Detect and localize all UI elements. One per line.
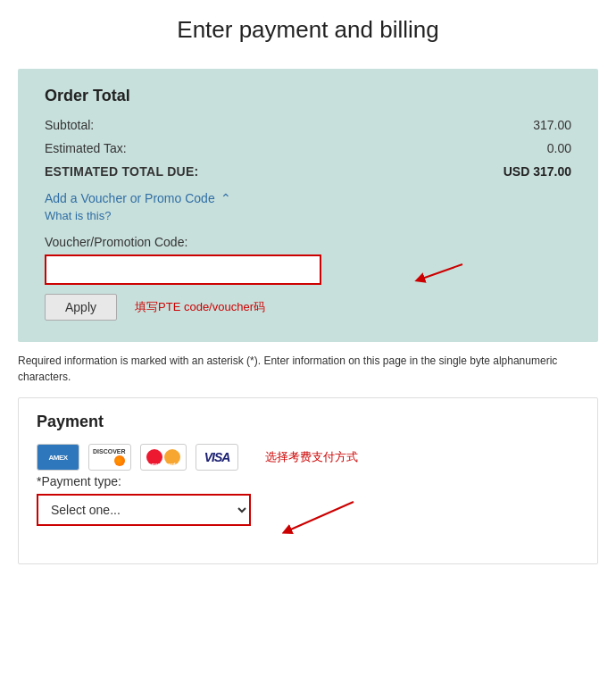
apply-button[interactable]: Apply	[45, 294, 117, 321]
visa-card-icon: VISA	[196, 444, 238, 471]
total-value: USD 317.00	[504, 164, 571, 179]
voucher-input-area: Apply 填写PTE code/voucher码	[45, 254, 571, 321]
what-is-link[interactable]: What is this?	[45, 209, 571, 222]
tax-value: 0.00	[547, 141, 571, 155]
voucher-header: Add a Voucher or Promo Code ⌃	[45, 191, 571, 205]
total-row: ESTIMATED TOTAL DUE: USD 317.00	[45, 164, 571, 179]
total-label: ESTIMATED TOTAL DUE:	[45, 164, 199, 179]
voucher-input-wrapper	[45, 254, 571, 285]
page-title: Enter payment and billing	[0, 0, 616, 58]
mastercard-icon: mastercard	[140, 444, 187, 471]
subtotal-row: Subtotal: 317.00	[45, 118, 571, 132]
voucher-promo-link[interactable]: Add a Voucher or Promo Code	[45, 191, 215, 205]
payment-type-select[interactable]: Select one... Credit Card Debit Card	[37, 494, 251, 526]
subtotal-label: Subtotal:	[45, 118, 94, 132]
svg-line-1	[420, 264, 462, 279]
order-title: Order Total	[45, 87, 571, 105]
payment-arrow-area	[269, 497, 358, 542]
required-note: Required information is marked with an a…	[18, 353, 598, 385]
tax-label: Estimated Tax:	[45, 141, 127, 155]
voucher-annotation-text: 填写PTE code/voucher码	[135, 299, 265, 315]
voucher-arrow-annotation	[393, 260, 464, 289]
card-icons-row: AMEX DISCOVER mastercard VISA 选择考费支付方式	[37, 444, 579, 471]
voucher-code-label: Voucher/Promotion Code:	[45, 235, 571, 249]
svg-line-3	[287, 502, 354, 531]
payment-arrow-svg	[269, 497, 358, 542]
payment-title: Payment	[37, 413, 579, 431]
payment-type-label: *Payment type:	[37, 474, 579, 488]
payment-section: Payment AMEX DISCOVER mastercard VISA 选择…	[18, 397, 598, 564]
chevron-up-icon: ⌃	[221, 191, 231, 205]
apply-row: Apply 填写PTE code/voucher码	[45, 294, 571, 321]
payment-annotation-text: 选择考费支付方式	[265, 449, 358, 465]
amex-card-icon: AMEX	[37, 444, 79, 471]
voucher-input[interactable]	[45, 254, 321, 285]
payment-select-wrapper: Select one... Credit Card Debit Card	[37, 494, 579, 542]
subtotal-value: 317.00	[533, 118, 571, 132]
order-section: Order Total Subtotal: 317.00 Estimated T…	[18, 69, 598, 342]
discover-card-icon: DISCOVER	[88, 444, 131, 471]
tax-row: Estimated Tax: 0.00	[45, 141, 571, 155]
